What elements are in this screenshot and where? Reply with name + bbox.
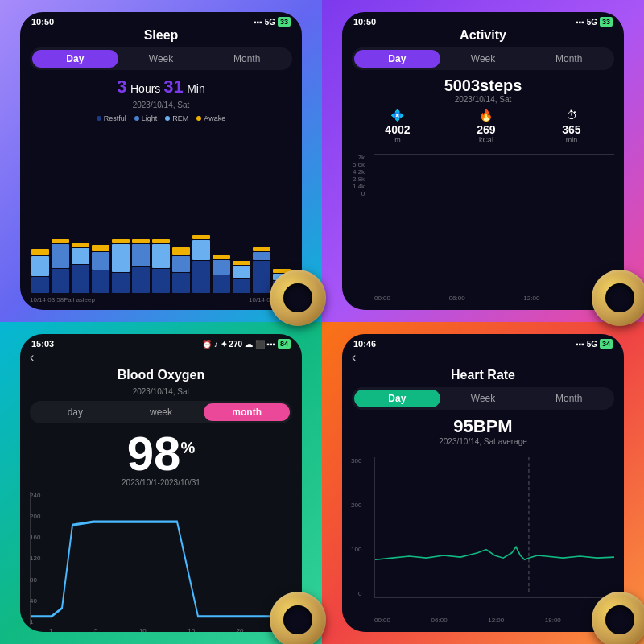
sleep-network: 5G — [265, 18, 275, 27]
bo-number: 98 — [127, 427, 181, 481]
sleep-chart-footer: 10/14 03:58Fall asleep 10/14 07:29Wa — [30, 296, 292, 303]
legend-awake-label: Awake — [204, 114, 225, 122]
sleep-bar-2 — [52, 213, 69, 293]
activity-stats-row: 💠 4002 m 🔥 269 kCal ⏱ 365 min — [352, 109, 614, 144]
ring-q1 — [270, 270, 326, 326]
sleep-bar-1 — [31, 213, 49, 293]
activity-steps: 5003steps — [352, 76, 614, 95]
quadrant-blood-oxygen: 15:03 ⏰ ♪ ✦ 270 ☁ ⬛ ▪▪▪ 84 ‹ Blood Oxyge… — [0, 322, 322, 644]
hr-tab-day[interactable]: Day — [354, 390, 440, 407]
bo-content: ‹ Blood Oxygen 2023/10/14, Sat day week … — [20, 350, 302, 632]
activity-tab-week[interactable]: Week — [440, 50, 526, 68]
sleep-screen: 10:50 ▪▪▪ 5G 33 Sleep Day Week Month 3 H… — [20, 12, 302, 310]
ring-q2 — [592, 270, 644, 326]
sleep-bar-12 — [253, 213, 270, 293]
sleep-bar-4 — [92, 213, 109, 293]
activity-network: 5G — [587, 18, 597, 27]
activity-content: Activity Day Week Month 5003steps 2023/1… — [342, 28, 624, 310]
legend-rem-label: REM — [172, 114, 188, 122]
activity-distance: 💠 4002 m — [385, 109, 410, 144]
sleep-signal: ▪▪▪ — [254, 18, 262, 27]
ring-outer-q2 — [592, 270, 644, 326]
bo-tab-week[interactable]: week — [118, 403, 204, 421]
sleep-bar-6 — [132, 213, 150, 293]
activity-chart-wrapper: 7k 5.6k 4.2k 2.8k 1.4k 0 00:00 06:00 12:… — [374, 151, 614, 291]
hr-x-labels: 00:00 06:00 12:00 18:00 24:0 — [374, 617, 614, 624]
hr-tab-month[interactable]: Month — [526, 390, 612, 407]
sleep-bars-container — [30, 213, 292, 293]
bo-percent: % — [180, 439, 195, 456]
kcal-unit: kCal — [479, 136, 493, 144]
hr-signal: ▪▪▪ — [576, 340, 584, 349]
hr-status-right: ▪▪▪ 5G 34 — [576, 339, 613, 349]
bo-chart-svg — [31, 492, 292, 625]
bo-tab-bar[interactable]: day week month — [30, 401, 292, 423]
activity-signal: ▪▪▪ — [576, 18, 584, 27]
hr-value: 95BPM — [352, 416, 614, 437]
ring-inner-q1 — [283, 283, 312, 312]
hr-content: ‹ Heart Rate Day Week Month 95BPM 2023/1… — [342, 350, 624, 632]
sleep-tab-day[interactable]: Day — [32, 50, 118, 68]
sleep-chart: 10/14 03:58Fall asleep 10/14 07:29Wa — [30, 127, 292, 303]
bo-tab-day[interactable]: day — [32, 403, 118, 421]
hr-chart-wrapper: 300 200 100 0 00:00 06:00 12:00 18:00 24… — [374, 451, 614, 613]
bo-date-range: 2023/10/1-2023/10/31 — [30, 478, 292, 487]
activity-tab-month[interactable]: Month — [526, 50, 612, 68]
sleep-main-stat: 3 Hours 31 Min — [30, 76, 292, 97]
sleep-battery: 33 — [278, 17, 291, 27]
bo-battery: 84 — [278, 339, 291, 349]
activity-kcal: 🔥 269 kCal — [477, 109, 495, 144]
activity-date: 2023/10/14, Sat — [352, 95, 614, 104]
sleep-bar-7 — [152, 213, 170, 293]
legend-light: Light — [134, 114, 158, 122]
bo-icons: ⏰ ♪ ✦ 270 ☁ ⬛ ▪▪▪ — [202, 340, 275, 349]
hr-date: 2023/10/14, Sat average — [352, 437, 614, 446]
sleep-bar-10 — [213, 213, 230, 293]
bo-tab-month[interactable]: month — [204, 403, 290, 421]
legend-rem-dot — [165, 116, 170, 121]
ring-inner-q4 — [605, 605, 634, 634]
bar-awake-1 — [31, 249, 49, 255]
bo-title: Blood Oxygen — [30, 368, 292, 382]
activity-status-bar: 10:50 ▪▪▪ 5G 33 — [342, 12, 624, 28]
activity-title: Activity — [352, 28, 614, 43]
hr-tab-bar[interactable]: Day Week Month — [352, 387, 614, 410]
activity-time-stat: ⏱ 365 min — [562, 109, 580, 144]
sleep-date: 2023/10/14, Sat — [30, 101, 292, 109]
bo-chart: 240 200 160 120 80 40 1 — [30, 492, 292, 625]
hr-y-labels: 300 200 100 0 — [351, 457, 361, 597]
legend-restful-label: Restful — [104, 114, 126, 122]
bo-status-right: ⏰ ♪ ✦ 270 ☁ ⬛ ▪▪▪ 84 — [202, 339, 291, 349]
ring-inner-q3 — [283, 605, 312, 634]
sleep-tab-week[interactable]: Week — [118, 50, 204, 68]
sleep-tab-bar[interactable]: Day Week Month — [30, 47, 292, 70]
hr-title: Heart Rate — [352, 368, 614, 382]
legend-restful-dot — [97, 116, 101, 121]
legend-light-dot — [134, 116, 139, 121]
bar-rem-1 — [31, 256, 49, 276]
hr-battery: 34 — [600, 339, 613, 349]
hr-back-button[interactable]: ‹ — [352, 350, 614, 365]
sleep-bar-8 — [172, 213, 190, 293]
ring-outer-q1 — [270, 270, 326, 326]
sleep-tab-month[interactable]: Month — [204, 50, 290, 68]
hr-chart-area: 300 200 100 0 — [374, 457, 614, 598]
time-unit: min — [566, 136, 578, 144]
legend-restful: Restful — [97, 114, 126, 122]
activity-tab-bar[interactable]: Day Week Month — [352, 47, 614, 70]
hr-time: 10:46 — [353, 339, 376, 349]
sleep-start-label: 10/14 03:58Fall asleep — [30, 296, 95, 303]
activity-tab-day[interactable]: Day — [354, 50, 440, 68]
activity-time: 10:50 — [353, 17, 376, 27]
activity-x-labels: 00:00 06:00 12:00 18:00 — [374, 295, 614, 302]
sleep-mins: 31 — [163, 76, 183, 97]
sleep-bar-11 — [233, 213, 250, 293]
hr-network: 5G — [587, 340, 597, 349]
kcal-value: 269 — [477, 123, 495, 136]
bar-restful-1 — [31, 277, 49, 293]
sleep-content: Sleep Day Week Month 3 Hours 31 Min 2023… — [20, 28, 302, 310]
hr-tab-week[interactable]: Week — [440, 390, 526, 407]
bo-date: 2023/10/14, Sat — [30, 387, 292, 396]
bo-back-button[interactable]: ‹ — [30, 350, 292, 365]
hr-chart-svg — [375, 457, 614, 594]
